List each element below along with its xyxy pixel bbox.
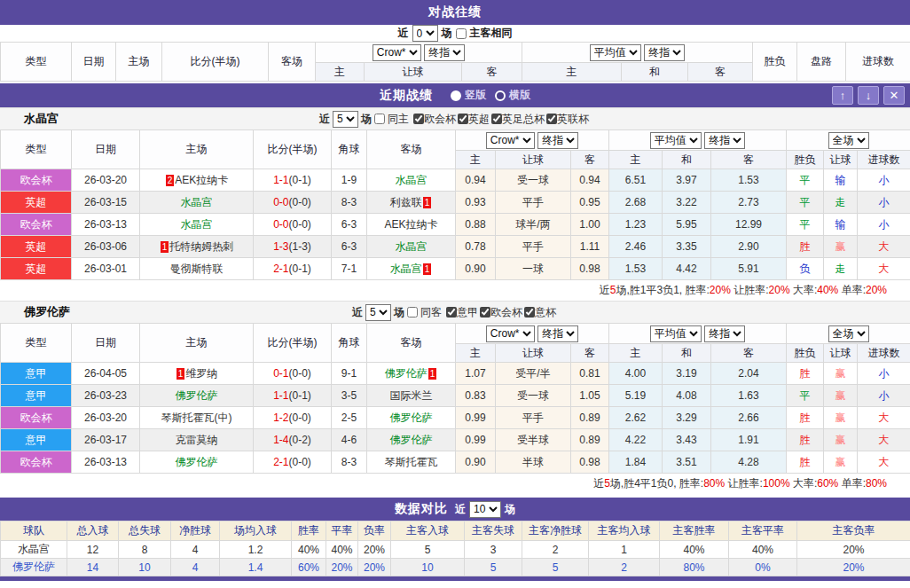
league-filter-checkbox[interactable] <box>524 307 535 318</box>
away-team-name[interactable]: 水晶宫 <box>396 240 428 253</box>
league-badge: 意甲 <box>1 385 72 407</box>
avg-away: 5.91 <box>711 258 787 280</box>
bookmaker-select[interactable]: Crow* <box>486 325 535 342</box>
away-team-name[interactable]: 国际米兰 <box>390 389 433 402</box>
away-team: 国际米兰 <box>367 385 456 407</box>
match-date: 26-03-13 <box>72 451 140 474</box>
home-team-name[interactable]: 琴斯托霍瓦(中) <box>161 412 232 424</box>
col-corner: 角球 <box>332 130 367 169</box>
home-team-name[interactable]: 水晶宫 <box>181 218 213 231</box>
vertical-radio[interactable] <box>451 90 461 101</box>
home-team-name[interactable]: 托特纳姆热刺 <box>169 240 233 253</box>
away-team-name[interactable]: 佛罗伦萨 <box>385 367 428 380</box>
comparison-title: 数据对比 <box>395 501 448 517</box>
rank-badge: 1 <box>423 197 432 208</box>
league-filter-checkbox[interactable] <box>458 114 468 124</box>
scope-select[interactable]: 全场 <box>828 325 869 342</box>
average-select[interactable]: 平均值 <box>650 325 702 342</box>
corner-score: 3-5 <box>332 385 367 407</box>
league-badge: 欧会杯 <box>1 407 72 429</box>
same-home-away-checkbox[interactable] <box>456 28 467 39</box>
handicap-verdict: 赢 <box>824 407 858 429</box>
stat-value: 4 <box>171 559 220 576</box>
away-team: 水晶宫1 <box>367 258 456 280</box>
col-away: 客场 <box>367 324 456 363</box>
league-filter-checkbox[interactable] <box>546 114 557 124</box>
away-team-name[interactable]: 水晶宫 <box>390 263 422 275</box>
result-verdict: 平 <box>787 385 824 407</box>
avg-select-cell: 平均值 终指 <box>609 130 787 151</box>
horizontal-radio[interactable] <box>495 90 506 101</box>
stat-value: 4 <box>171 541 220 559</box>
away-team-name[interactable]: 利兹联 <box>390 196 422 208</box>
home-team-name[interactable]: 维罗纳 <box>185 367 217 380</box>
home-team-name[interactable]: 曼彻斯特联 <box>170 263 224 275</box>
section-count-select[interactable]: 5 <box>365 304 391 321</box>
away-team-name[interactable]: 水晶宫 <box>396 174 428 186</box>
result-verdict: 胜 <box>787 451 824 474</box>
odds-home: 0.99 <box>456 407 496 429</box>
col-score: 比分(半场) <box>162 43 269 82</box>
corner-score: 9-1 <box>332 363 367 385</box>
close-button[interactable]: ✕ <box>883 86 905 105</box>
final-odds-select[interactable]: 终指 <box>424 44 465 61</box>
home-team-name[interactable]: AEK拉纳卡 <box>175 174 228 186</box>
league-filter-checkbox[interactable] <box>413 114 424 124</box>
avg-draw: 5.95 <box>663 214 711 236</box>
bottom-purple-strip <box>0 576 910 581</box>
league-filter-checkbox[interactable] <box>491 114 502 124</box>
rank-badge: 1 <box>423 263 432 275</box>
away-team-name[interactable]: 佛罗伦萨 <box>390 412 433 424</box>
match-row: 欧会杯26-03-13水晶宫0-0(0-0)6-3AEK拉纳卡0.88球半/两1… <box>1 214 910 236</box>
home-team-name[interactable]: 佛罗伦萨 <box>176 389 218 402</box>
match-row: 意甲26-03-17克雷莫纳1-4(0-2)4-6佛罗伦萨0.99受半球0.89… <box>1 429 910 451</box>
handicap-verdict: 走 <box>824 258 858 280</box>
move-down-button[interactable]: ↓ <box>858 86 879 105</box>
stat-value: 20% <box>797 541 910 559</box>
away-team: 水晶宫 <box>367 169 456 192</box>
average-select[interactable]: 平均值 <box>590 44 641 61</box>
avg-select-cell: 平均值 终指 <box>522 43 753 63</box>
final-odds-select[interactable]: 终指 <box>537 132 578 149</box>
section-team-name: 水晶宫 <box>24 111 59 127</box>
col-odds-away: 客 <box>571 151 609 169</box>
away-team-name[interactable]: 琴斯托霍瓦 <box>385 456 438 468</box>
avg-away: 4.28 <box>711 451 787 474</box>
away-team-name[interactable]: AEK拉纳卡 <box>384 218 437 231</box>
avg-final-select[interactable]: 终指 <box>644 44 685 61</box>
odds-away: 1.11 <box>571 236 609 258</box>
match-row: 意甲26-04-051维罗纳0-1(0-0)9-1佛罗伦萨11.07受平/半0.… <box>1 363 910 385</box>
h2h-title: 对战往绩 <box>428 4 482 20</box>
away-team: 佛罗伦萨1 <box>367 363 456 385</box>
bookmaker-select[interactable]: Crow* <box>486 132 535 149</box>
away-team-name[interactable]: 佛罗伦萨 <box>390 434 433 446</box>
home-team-name[interactable]: 佛罗伦萨 <box>176 456 218 468</box>
home-team-name[interactable]: 克雷莫纳 <box>176 434 218 446</box>
same-venue-checkbox[interactable] <box>407 307 418 318</box>
section-filter: 近 5 场 同主 欧会杯英超英足总杯英联杯 <box>319 111 591 128</box>
match-date: 26-03-06 <box>72 236 140 258</box>
league-filter-checkbox[interactable] <box>446 307 457 318</box>
bookmaker-select[interactable]: Crow* <box>373 44 421 61</box>
home-team-name[interactable]: 水晶宫 <box>181 196 213 208</box>
stat-value: 1 <box>589 541 660 559</box>
h2h-count-select[interactable]: 0 <box>412 25 438 42</box>
avg-final-select[interactable]: 终指 <box>704 132 745 149</box>
match-row: 英超26-03-15水晶宫0-0(0-0)8-3利兹联10.93平手0.952.… <box>1 192 910 214</box>
avg-away: 2.04 <box>711 363 787 385</box>
odds-handicap: 受一球 <box>496 169 571 192</box>
scope-select[interactable]: 全场 <box>828 132 869 149</box>
stat-value: 40% <box>660 541 729 559</box>
col-score: 比分(半场) <box>254 324 332 363</box>
stat-value: 20% <box>358 559 391 576</box>
avg-final-select[interactable]: 终指 <box>704 325 745 342</box>
final-odds-select[interactable]: 终指 <box>537 325 578 342</box>
league-filter-checkbox[interactable] <box>480 307 490 318</box>
average-select[interactable]: 平均值 <box>650 132 702 149</box>
same-venue-checkbox[interactable] <box>374 114 385 124</box>
comparison-count-select[interactable]: 10 <box>469 501 501 518</box>
avg-home: 6.51 <box>609 169 663 192</box>
move-up-button[interactable]: ↑ <box>832 86 853 105</box>
avg-draw: 3.29 <box>663 407 711 429</box>
section-count-select[interactable]: 5 <box>333 111 358 128</box>
